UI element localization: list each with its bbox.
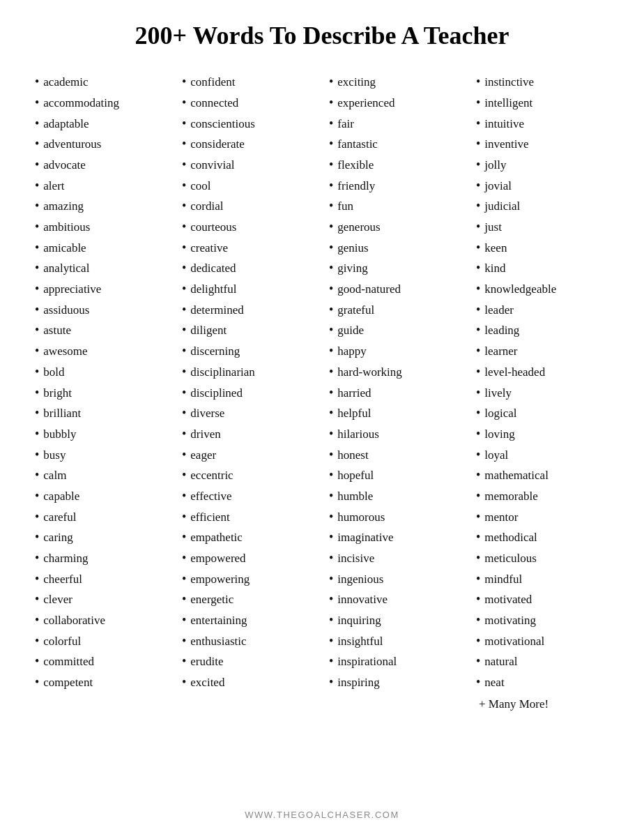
list-item: diverse	[182, 403, 315, 424]
list-item: leading	[476, 320, 609, 341]
list-item: loving	[476, 424, 609, 445]
list-item: honest	[329, 445, 462, 466]
list-item: considerate	[182, 134, 315, 155]
list-item: meticulous	[476, 548, 609, 569]
list-item: academic	[35, 72, 168, 93]
list-item: friendly	[329, 176, 462, 197]
list-item: humble	[329, 486, 462, 507]
list-item: connected	[182, 93, 315, 114]
list-item: flexible	[329, 155, 462, 176]
list-item: fair	[329, 114, 462, 135]
list-item: giving	[329, 258, 462, 279]
list-item: delightful	[182, 279, 315, 300]
list-item: convivial	[182, 155, 315, 176]
list-item: hilarious	[329, 424, 462, 445]
list-item: hard-working	[329, 362, 462, 383]
list-item: cordial	[182, 196, 315, 217]
list-item: disciplined	[182, 383, 315, 404]
list-item: generous	[329, 217, 462, 238]
list-item: discerning	[182, 341, 315, 362]
list-item: judicial	[476, 196, 609, 217]
list-item: diligent	[182, 320, 315, 341]
list-item: imaginative	[329, 527, 462, 548]
list-item: genius	[329, 238, 462, 259]
list-item: helpful	[329, 403, 462, 424]
list-item: amazing	[35, 196, 168, 217]
column-1: academicaccommodatingadaptableadventurou…	[28, 72, 175, 714]
list-item: experienced	[329, 93, 462, 114]
list-item: inspiring	[329, 672, 462, 693]
list-item: committed	[35, 651, 168, 672]
list-item: calm	[35, 465, 168, 486]
list-item: awesome	[35, 341, 168, 362]
more-label: + Many More!	[476, 695, 609, 714]
column-2: confidentconnectedconscientiousconsidera…	[175, 72, 322, 714]
list-item: brilliant	[35, 403, 168, 424]
list-item: bubbly	[35, 424, 168, 445]
list-item: logical	[476, 403, 609, 424]
list-item: intuitive	[476, 114, 609, 135]
list-item: instinctive	[476, 72, 609, 93]
list-item: hopeful	[329, 465, 462, 486]
list-item: inquiring	[329, 610, 462, 631]
list-item: mathematical	[476, 465, 609, 486]
list-item: exciting	[329, 72, 462, 93]
list-item: good-natured	[329, 279, 462, 300]
list-item: busy	[35, 445, 168, 466]
list-item: determined	[182, 300, 315, 321]
list-item: cheerful	[35, 569, 168, 590]
list-item: mentor	[476, 507, 609, 528]
list-item: caring	[35, 527, 168, 548]
list-item: enthusiastic	[182, 631, 315, 652]
list-item: colorful	[35, 631, 168, 652]
list-item: jovial	[476, 176, 609, 197]
list-item: memorable	[476, 486, 609, 507]
list-item: humorous	[329, 507, 462, 528]
column-4: instinctiveintelligentintuitiveinventive…	[469, 72, 616, 714]
footer-url: WWW.THEGOALCHASER.COM	[245, 796, 399, 820]
word-columns: academicaccommodatingadaptableadventurou…	[28, 72, 616, 714]
list-item: analytical	[35, 258, 168, 279]
list-item: collaborative	[35, 610, 168, 631]
list-item: adaptable	[35, 114, 168, 135]
list-item: empowering	[182, 569, 315, 590]
list-item: confident	[182, 72, 315, 93]
list-item: guide	[329, 320, 462, 341]
list-item: motivational	[476, 631, 609, 652]
list-item: natural	[476, 651, 609, 672]
list-item: knowledgeable	[476, 279, 609, 300]
word-list-1: academicaccommodatingadaptableadventurou…	[35, 72, 168, 693]
list-item: bold	[35, 362, 168, 383]
list-item: grateful	[329, 300, 462, 321]
list-item: motivating	[476, 610, 609, 631]
list-item: effective	[182, 486, 315, 507]
list-item: ingenious	[329, 569, 462, 590]
list-item: cool	[182, 176, 315, 197]
column-3: excitingexperiencedfairfantasticflexible…	[322, 72, 469, 714]
list-item: accommodating	[35, 93, 168, 114]
list-item: courteous	[182, 217, 315, 238]
list-item: creative	[182, 238, 315, 259]
list-item: jolly	[476, 155, 609, 176]
list-item: just	[476, 217, 609, 238]
list-item: charming	[35, 548, 168, 569]
word-list-3: excitingexperiencedfairfantasticflexible…	[329, 72, 462, 693]
list-item: efficient	[182, 507, 315, 528]
list-item: dedicated	[182, 258, 315, 279]
list-item: erudite	[182, 651, 315, 672]
list-item: lively	[476, 383, 609, 404]
list-item: alert	[35, 176, 168, 197]
list-item: methodical	[476, 527, 609, 548]
list-item: eccentric	[182, 465, 315, 486]
list-item: ambitious	[35, 217, 168, 238]
list-item: keen	[476, 238, 609, 259]
list-item: innovative	[329, 589, 462, 610]
list-item: kind	[476, 258, 609, 279]
list-item: driven	[182, 424, 315, 445]
list-item: conscientious	[182, 114, 315, 135]
list-item: incisive	[329, 548, 462, 569]
list-item: level-headed	[476, 362, 609, 383]
page-title: 200+ Words To Describe A Teacher	[135, 21, 509, 51]
list-item: energetic	[182, 589, 315, 610]
list-item: capable	[35, 486, 168, 507]
